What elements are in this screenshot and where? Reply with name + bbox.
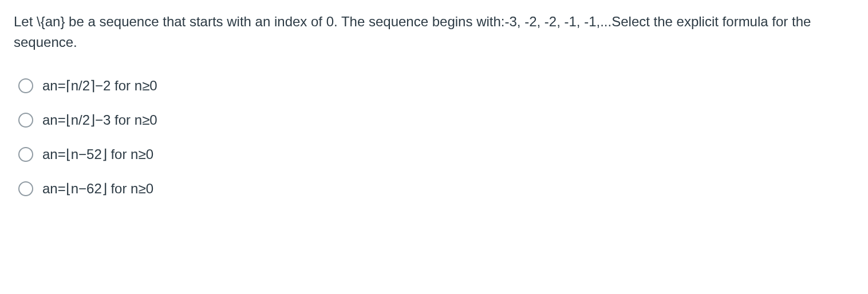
radio-icon[interactable] bbox=[18, 113, 33, 128]
option-label: an=⌊n−52⌋ for n≥0 bbox=[42, 144, 153, 165]
option-row[interactable]: an=⌊n/2⌋−3 for n≥0 bbox=[18, 110, 854, 130]
options-list: an=⌈n/2⌉−2 for n≥0 an=⌊n/2⌋−3 for n≥0 an… bbox=[14, 76, 854, 199]
radio-icon[interactable] bbox=[18, 181, 33, 196]
option-row[interactable]: an=⌈n/2⌉−2 for n≥0 bbox=[18, 76, 854, 96]
option-row[interactable]: an=⌊n−62⌋ for n≥0 bbox=[18, 178, 854, 199]
option-label: an=⌊n/2⌋−3 for n≥0 bbox=[42, 110, 157, 130]
option-row[interactable]: an=⌊n−52⌋ for n≥0 bbox=[18, 144, 854, 165]
question-text: Let \{an} be a sequence that starts with… bbox=[14, 11, 854, 53]
option-label: an=⌈n/2⌉−2 for n≥0 bbox=[42, 76, 157, 96]
radio-icon[interactable] bbox=[18, 147, 33, 162]
option-label: an=⌊n−62⌋ for n≥0 bbox=[42, 178, 153, 199]
radio-icon[interactable] bbox=[18, 78, 33, 93]
